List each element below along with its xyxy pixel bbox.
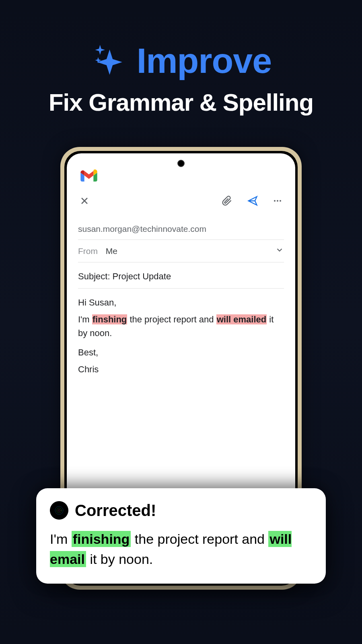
- svg-point-8: [58, 510, 60, 512]
- attachment-icon[interactable]: [221, 195, 232, 206]
- body-signoff-1: Best,: [78, 346, 284, 359]
- hero-section: Improve Fix Grammar & Spelling: [0, 0, 362, 116]
- chevron-down-icon[interactable]: [275, 246, 284, 256]
- sparkle-icon: [90, 42, 129, 80]
- more-icon[interactable]: [273, 196, 282, 206]
- svg-point-2: [280, 200, 281, 202]
- svg-point-0: [274, 200, 276, 202]
- error-highlight-2: will emailed: [216, 314, 267, 324]
- send-icon[interactable]: [247, 195, 258, 206]
- body-line: I'm finshing the project report and will…: [78, 313, 284, 340]
- corrected-card: Corrected! I'm finishing the project rep…: [36, 488, 326, 584]
- body-signoff-2: Chris: [78, 363, 284, 376]
- subject-field[interactable]: Subject: Project Update: [78, 262, 284, 289]
- svg-point-6: [55, 506, 63, 514]
- hero-title: Improve: [137, 40, 272, 81]
- from-field[interactable]: From Me: [78, 240, 284, 262]
- svg-point-1: [277, 200, 278, 202]
- svg-point-7: [57, 508, 62, 513]
- fix-highlight-1: finishing: [72, 531, 131, 547]
- from-value: Me: [106, 246, 117, 256]
- body-greeting: Hi Susan,: [78, 296, 284, 310]
- hero-subtitle: Fix Grammar & Spelling: [0, 89, 362, 116]
- close-icon[interactable]: [80, 196, 89, 206]
- phone-camera: [177, 160, 185, 167]
- card-body: I'm finishing the project report and wil…: [50, 529, 312, 569]
- email-body[interactable]: Hi Susan, I'm finshing the project repor…: [78, 289, 284, 380]
- gmail-logo-icon: [78, 169, 284, 195]
- app-icon: [50, 501, 68, 520]
- error-highlight-1: finshing: [92, 314, 128, 324]
- from-label: From: [78, 246, 98, 256]
- compose-toolbar: [78, 195, 284, 219]
- card-title: Corrected!: [75, 502, 156, 520]
- to-field[interactable]: susan.morgan@techinnovate.com: [78, 219, 284, 240]
